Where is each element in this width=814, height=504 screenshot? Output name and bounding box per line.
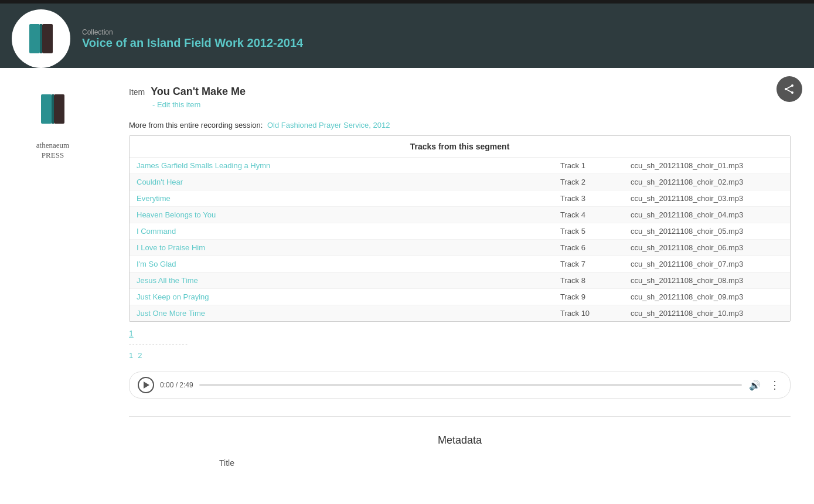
svg-rect-1 bbox=[42, 24, 53, 53]
play-icon bbox=[144, 382, 149, 389]
track-number: Track 2 bbox=[560, 178, 631, 186]
track-file: ccu_sh_20121108_choir_08.mp3 bbox=[631, 276, 783, 285]
track-number: Track 6 bbox=[560, 243, 631, 252]
table-row: Heaven Belongs to YouTrack 4ccu_sh_20121… bbox=[130, 207, 790, 223]
logo-name: athenaeum bbox=[36, 141, 69, 151]
main-wrapper: athenaeum PRESS Item You Can't Make Me -… bbox=[0, 68, 814, 485]
track-file: ccu_sh_20121108_choir_01.mp3 bbox=[631, 161, 783, 170]
svg-marker-5 bbox=[52, 94, 54, 124]
table-row: James Garfield Smalls Leading a HymnTrac… bbox=[130, 158, 790, 174]
page-current[interactable]: 1 bbox=[129, 329, 791, 338]
logo-circle bbox=[12, 9, 70, 68]
tracks-table: Tracks from this segment James Garfield … bbox=[129, 135, 791, 322]
progress-bar-container[interactable] bbox=[199, 384, 742, 386]
table-row: I Love to Praise HimTrack 6ccu_sh_201211… bbox=[130, 240, 790, 256]
track-number: Track 5 bbox=[560, 227, 631, 236]
track-file: ccu_sh_20121108_choir_09.mp3 bbox=[631, 292, 783, 301]
table-row: I CommandTrack 5ccu_sh_20121108_choir_05… bbox=[130, 223, 790, 240]
track-title-link[interactable]: I Command bbox=[137, 227, 560, 236]
page-divider: ------------------ bbox=[129, 340, 791, 348]
track-title-link[interactable]: I Love to Praise Him bbox=[137, 243, 560, 252]
table-row: EverytimeTrack 3ccu_sh_20121108_choir_03… bbox=[130, 190, 790, 207]
track-title-link[interactable]: James Garfield Smalls Leading a Hymn bbox=[137, 161, 560, 170]
track-number: Track 8 bbox=[560, 276, 631, 285]
track-title-link[interactable]: I'm So Glad bbox=[137, 260, 560, 268]
svg-rect-0 bbox=[29, 24, 40, 53]
volume-button[interactable]: 🔊 bbox=[748, 378, 762, 392]
more-from-section: More from this entire recording session:… bbox=[129, 121, 791, 130]
track-title-link[interactable]: Couldn't Hear bbox=[137, 178, 560, 186]
track-file: ccu_sh_20121108_choir_04.mp3 bbox=[631, 210, 783, 219]
table-row: Couldn't HearTrack 2ccu_sh_20121108_choi… bbox=[130, 174, 790, 190]
more-options-button[interactable]: ⋮ bbox=[768, 378, 782, 392]
session-link[interactable]: Old Fashioned Prayer Service, 2012 bbox=[267, 121, 390, 130]
track-title-link[interactable]: Jesus All the Time bbox=[137, 276, 560, 285]
sidebar-logo-circle bbox=[23, 80, 82, 138]
share-button[interactable] bbox=[776, 76, 802, 102]
track-title-link[interactable]: Heaven Belongs to You bbox=[137, 210, 560, 219]
track-file: ccu_sh_20121108_choir_07.mp3 bbox=[631, 260, 783, 268]
svg-line-10 bbox=[786, 89, 792, 93]
sidebar: athenaeum PRESS bbox=[0, 68, 105, 485]
metadata-section: Metadata Title bbox=[129, 434, 791, 468]
item-title: You Can't Make Me bbox=[151, 86, 246, 97]
track-number: Track 4 bbox=[560, 210, 631, 219]
tracks-header: Tracks from this segment bbox=[130, 136, 790, 158]
time-display: 0:00 / 2:49 bbox=[160, 381, 193, 389]
collection-title[interactable]: Voice of an Island Field Work 2012-2014 bbox=[82, 36, 303, 50]
table-row: Jesus All the TimeTrack 8ccu_sh_20121108… bbox=[130, 273, 790, 289]
tracks-body: James Garfield Smalls Leading a HymnTrac… bbox=[130, 158, 790, 321]
track-title-link[interactable]: Just Keep on Praying bbox=[137, 292, 560, 301]
track-file: ccu_sh_20121108_choir_02.mp3 bbox=[631, 178, 783, 186]
logo-icon bbox=[25, 19, 57, 58]
track-number: Track 9 bbox=[560, 292, 631, 301]
item-label: Item bbox=[129, 87, 145, 97]
svg-rect-3 bbox=[41, 94, 52, 124]
item-area: Item You Can't Make Me - Edit this item bbox=[129, 86, 791, 109]
track-file: ccu_sh_20121108_choir_06.mp3 bbox=[631, 243, 783, 252]
track-file: ccu_sh_20121108_choir_05.mp3 bbox=[631, 227, 783, 236]
logo-press: PRESS bbox=[36, 151, 69, 161]
svg-line-9 bbox=[786, 86, 792, 89]
pagination: 1 ------------------ 1 2 bbox=[129, 329, 791, 360]
play-button[interactable] bbox=[138, 377, 154, 393]
metadata-title-row: Title bbox=[129, 458, 791, 468]
collection-label: Collection bbox=[82, 28, 303, 36]
track-number: Track 1 bbox=[560, 161, 631, 170]
svg-rect-4 bbox=[54, 94, 64, 124]
track-file: ccu_sh_20121108_choir_10.mp3 bbox=[631, 309, 783, 318]
svg-marker-2 bbox=[40, 24, 42, 53]
metadata-title-label: Title bbox=[129, 458, 246, 468]
track-number: Track 3 bbox=[560, 194, 631, 203]
header-top: Collection Voice of an Island Field Work… bbox=[0, 4, 814, 68]
table-row: I'm So GladTrack 7ccu_sh_20121108_choir_… bbox=[130, 256, 790, 273]
table-row: Just One More TimeTrack 10ccu_sh_2012110… bbox=[130, 305, 790, 321]
track-title-link[interactable]: Just One More Time bbox=[137, 309, 560, 318]
metadata-title-value bbox=[246, 458, 791, 468]
page-link-1[interactable]: 1 bbox=[129, 351, 133, 360]
share-icon bbox=[784, 84, 795, 94]
table-row: Just Keep on PrayingTrack 9ccu_sh_201211… bbox=[130, 289, 790, 305]
edit-link[interactable]: - Edit this item bbox=[152, 100, 791, 109]
sidebar-logo-icon bbox=[36, 90, 69, 128]
track-number: Track 7 bbox=[560, 260, 631, 268]
main-content: Item You Can't Make Me - Edit this item … bbox=[105, 68, 814, 485]
section-divider bbox=[129, 416, 791, 417]
track-title-link[interactable]: Everytime bbox=[137, 194, 560, 203]
track-number: Track 10 bbox=[560, 309, 631, 318]
metadata-title: Metadata bbox=[129, 434, 791, 447]
page-header: Collection Voice of an Island Field Work… bbox=[0, 4, 814, 68]
sidebar-logo-text: athenaeum PRESS bbox=[36, 141, 69, 161]
more-from-text: More from this entire recording session: bbox=[129, 121, 263, 130]
page-link-2[interactable]: 2 bbox=[138, 351, 142, 360]
audio-player: 0:00 / 2:49 🔊 ⋮ bbox=[129, 372, 791, 399]
page-links: 1 2 bbox=[129, 351, 791, 360]
collection-info: Collection Voice of an Island Field Work… bbox=[82, 28, 303, 50]
track-file: ccu_sh_20121108_choir_03.mp3 bbox=[631, 194, 783, 203]
